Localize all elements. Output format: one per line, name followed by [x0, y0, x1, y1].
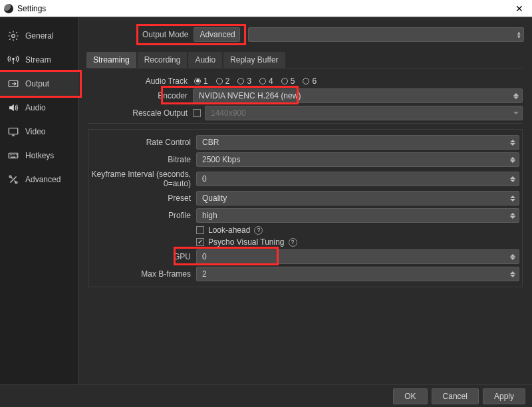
output-mode-label: Output Mode	[142, 30, 188, 39]
tab-audio[interactable]: Audio	[188, 52, 222, 68]
row-lookahead: Look-ahead ?	[91, 225, 519, 235]
updown-icon	[508, 136, 517, 149]
profile-label: Profile	[91, 211, 196, 220]
sidebar-item-output[interactable]: Output	[0, 72, 78, 96]
audio-track-1[interactable]: 1	[194, 76, 208, 86]
keyboard-icon	[7, 149, 20, 162]
preset-select[interactable]: Quality	[196, 191, 519, 205]
sidebar-item-hotkeys[interactable]: Hotkeys	[0, 144, 78, 168]
encoder-settings-panel: Rate Control CBR Bitrate 2500 Kbps Keyfr…	[88, 129, 523, 287]
help-icon[interactable]: ?	[289, 238, 297, 247]
sidebar-item-label: Stream	[25, 55, 51, 65]
ok-button[interactable]: OK	[393, 388, 427, 404]
audio-track-3[interactable]: 3	[237, 76, 251, 86]
bitrate-label: Bitrate	[91, 155, 196, 164]
svg-rect-3	[9, 128, 18, 134]
audio-track-2[interactable]: 2	[216, 76, 230, 86]
preset-label: Preset	[91, 194, 196, 203]
row-audio-track: Audio Track 1 2 3 4 5 6	[88, 76, 523, 86]
app-logo	[4, 4, 13, 13]
content-area: Output Mode Advanced ▴▾ Streaming Record…	[78, 17, 532, 384]
updown-icon	[508, 250, 517, 263]
output-mode-value: Advanced	[200, 30, 235, 39]
row-psycho: Psycho Visual Tuning ?	[91, 237, 519, 247]
updown-icon	[508, 192, 517, 205]
tools-icon	[7, 173, 20, 186]
row-profile: Profile high	[91, 208, 519, 223]
updown-icon	[508, 209, 517, 222]
output-icon	[7, 77, 20, 90]
chevron-down-icon	[511, 106, 521, 120]
highlight-output-mode: Output Mode Advanced	[136, 24, 246, 45]
keyframe-input[interactable]: 0	[196, 172, 519, 186]
cancel-button[interactable]: Cancel	[432, 388, 479, 404]
encoder-value: NVIDIA NVENC H.264 (new)	[199, 91, 301, 100]
help-icon[interactable]: ?	[254, 226, 263, 235]
sidebar-item-label: Video	[25, 127, 45, 136]
audio-track-5[interactable]: 5	[281, 76, 295, 86]
tab-streaming[interactable]: Streaming	[86, 52, 136, 68]
svg-point-1	[13, 58, 14, 59]
audio-track-label: Audio Track	[88, 76, 193, 86]
window-title: Settings	[17, 4, 46, 13]
keyframe-label: Keyframe Interval (seconds, 0=auto)	[91, 170, 196, 188]
rate-control-label: Rate Control	[91, 138, 196, 147]
audio-track-6[interactable]: 6	[303, 76, 317, 86]
sidebar-item-advanced[interactable]: Advanced	[0, 168, 78, 192]
sidebar-item-label: Advanced	[25, 175, 61, 184]
rescale-checkbox[interactable]	[193, 109, 201, 117]
rescale-value: 1440x900	[211, 108, 246, 118]
sidebar-item-audio[interactable]: Audio	[0, 96, 78, 120]
gpu-label: GPU	[91, 252, 196, 261]
audio-track-4[interactable]: 4	[259, 76, 273, 86]
sidebar-item-label: Audio	[25, 103, 46, 112]
row-encoder: Encoder NVIDIA NVENC H.264 (new)	[88, 88, 523, 103]
output-mode-select-wide[interactable]: ▴▾	[248, 27, 524, 42]
sidebar-item-stream[interactable]: Stream	[0, 48, 78, 72]
updown-icon	[508, 172, 517, 186]
tab-replay-buffer[interactable]: Replay Buffer	[223, 52, 285, 68]
profile-select[interactable]: high	[196, 208, 519, 223]
antenna-icon	[7, 53, 20, 67]
monitor-icon	[7, 125, 20, 138]
sidebar-item-label: Output	[25, 79, 49, 88]
updown-icon	[508, 153, 517, 166]
rate-control-select[interactable]: CBR	[196, 135, 519, 150]
row-bitrate: Bitrate 2500 Kbps	[91, 152, 519, 167]
psycho-checkbox[interactable]	[196, 238, 204, 246]
svg-point-0	[12, 35, 15, 38]
output-tabs: Streaming Recording Audio Replay Buffer	[86, 52, 524, 68]
speaker-icon	[7, 101, 20, 114]
gear-icon	[7, 29, 20, 43]
apply-button[interactable]: Apply	[483, 388, 525, 404]
row-rate-control: Rate Control CBR	[91, 135, 519, 150]
updown-icon: ▴▾	[517, 31, 521, 39]
gpu-input[interactable]: 0	[196, 249, 519, 264]
row-max-bframes: Max B-frames 2	[91, 267, 519, 281]
bitrate-input[interactable]: 2500 Kbps	[196, 152, 519, 167]
sidebar-item-video[interactable]: Video	[0, 120, 78, 144]
titlebar: Settings ✕	[0, 0, 532, 17]
close-button[interactable]: ✕	[511, 0, 528, 17]
encoder-select[interactable]: NVIDIA NVENC H.264 (new)	[193, 88, 523, 103]
sidebar-item-label: Hotkeys	[25, 151, 54, 160]
tab-recording[interactable]: Recording	[138, 52, 188, 68]
output-mode-select[interactable]: Advanced	[194, 27, 240, 42]
lookahead-checkbox[interactable]	[196, 226, 204, 234]
row-rescale: Rescale Output 1440x900	[88, 106, 523, 120]
sidebar-item-general[interactable]: General	[0, 24, 78, 48]
section-divider	[88, 123, 523, 124]
dialog-footer: OK Cancel Apply	[0, 384, 532, 407]
rescale-select[interactable]: 1440x900	[205, 106, 523, 120]
psycho-label: Psycho Visual Tuning	[208, 237, 285, 247]
encoder-label: Encoder	[88, 91, 193, 100]
max-bframes-label: Max B-frames	[91, 269, 196, 279]
updown-icon	[511, 89, 521, 102]
lookahead-label: Look-ahead	[208, 225, 250, 235]
sidebar: General Stream Output Audio Video Hotkey…	[0, 17, 78, 384]
sidebar-item-label: General	[25, 31, 54, 41]
max-bframes-input[interactable]: 2	[196, 267, 519, 281]
row-keyframe: Keyframe Interval (seconds, 0=auto) 0	[91, 170, 519, 188]
row-preset: Preset Quality	[91, 191, 519, 205]
row-gpu: GPU 0	[91, 249, 519, 264]
